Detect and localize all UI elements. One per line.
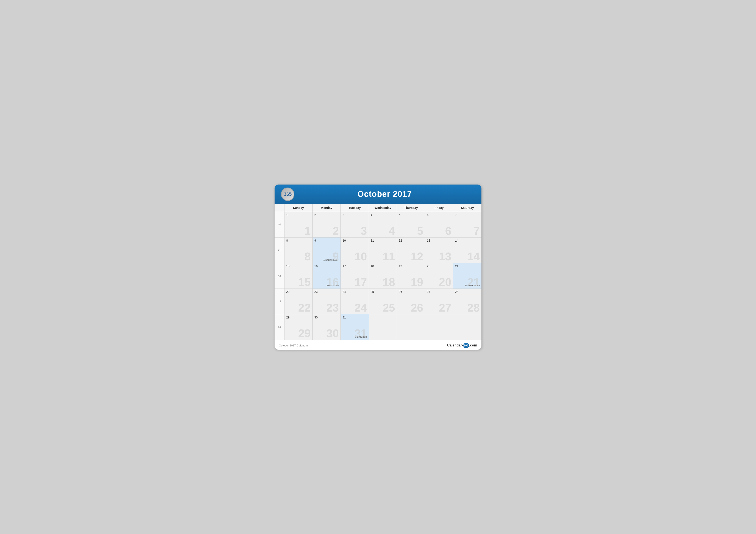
day-num-2-6: 21	[455, 265, 480, 268]
day-bg-num-1-4: 12	[411, 251, 423, 262]
week-row-3: 432222232324242525262627272828	[275, 289, 481, 314]
day-header-thursday: Thursday	[397, 204, 425, 212]
day-num-0-3: 4	[371, 213, 395, 217]
day-num-4-0: 29	[286, 316, 311, 319]
day-num-1-0: 8	[286, 239, 311, 242]
day-bg-num-1-2: 10	[355, 251, 367, 262]
day-num-0-0: 1	[286, 213, 311, 217]
day-cell-2-5: 2020	[425, 263, 453, 289]
day-num-2-1: 16	[314, 265, 339, 268]
day-num-0-1: 2	[314, 213, 339, 217]
day-num-3-2: 24	[342, 290, 367, 294]
day-num-1-3: 11	[371, 239, 395, 242]
day-num-2-3: 18	[371, 265, 395, 268]
day-header-saturday: Saturday	[453, 204, 481, 212]
week-row-2: 4215151616Boss's Day17171818191920202121…	[275, 263, 481, 289]
day-cell-4-1: 3030	[313, 314, 341, 340]
day-cell-1-4: 1212	[397, 238, 425, 263]
day-num-3-1: 23	[314, 290, 339, 294]
day-cell-1-1: 99Columbus Day	[313, 238, 341, 263]
day-bg-num-3-5: 27	[439, 302, 451, 313]
day-num-0-5: 6	[427, 213, 451, 217]
day-num-3-5: 27	[427, 290, 451, 294]
day-bg-num-1-0: 8	[305, 251, 311, 262]
day-num-1-2: 10	[342, 239, 367, 242]
day-num-1-4: 12	[399, 239, 423, 242]
day-bg-num-0-3: 4	[389, 225, 395, 237]
day-cell-0-2: 33	[341, 212, 369, 237]
day-headers-row: Sunday Monday Tuesday Wednesday Thursday…	[275, 204, 481, 212]
day-header-monday: Monday	[313, 204, 341, 212]
day-bg-num-0-5: 6	[445, 225, 451, 237]
day-cell-0-3: 44	[369, 212, 397, 237]
day-bg-num-3-0: 22	[298, 302, 311, 313]
day-cell-0-1: 22	[313, 212, 341, 237]
day-bg-num-1-3: 11	[383, 251, 395, 262]
calendar-header: 365 October 2017	[275, 185, 481, 204]
day-header-friday: Friday	[425, 204, 453, 212]
day-cell-3-1: 2323	[313, 289, 341, 314]
week-row-0: 4011223344556677	[275, 212, 481, 238]
week-num-header	[275, 204, 284, 212]
day-num-0-6: 7	[455, 213, 480, 217]
day-bg-num-2-5: 20	[439, 276, 451, 288]
day-cell-3-2: 2424	[341, 289, 369, 314]
week-num-4: 44	[275, 314, 284, 340]
day-bg-num-3-1: 23	[326, 302, 339, 313]
day-cell-2-4: 1919	[397, 263, 425, 289]
day-num-3-3: 25	[371, 290, 395, 294]
day-cell-3-5: 2727	[425, 289, 453, 314]
holiday-label-1-1: Columbus Day	[323, 259, 339, 261]
day-cell-0-4: 55	[397, 212, 425, 237]
day-cell-1-0: 88	[284, 238, 313, 263]
day-bg-num-2-3: 18	[383, 276, 395, 288]
logo-text: 365	[284, 191, 292, 197]
day-num-4-2: 31	[342, 316, 367, 319]
holiday-label-2-1: Boss's Day	[327, 284, 339, 287]
holiday-label-4-2: Halloween	[355, 336, 367, 338]
day-num-1-1: 9	[314, 239, 339, 242]
day-num-2-4: 19	[399, 265, 423, 268]
day-num-3-6: 28	[455, 290, 480, 294]
day-num-1-5: 13	[427, 239, 451, 242]
day-cell-4-2: 3131Halloween	[341, 314, 369, 340]
day-bg-num-0-6: 7	[473, 225, 480, 237]
footer-brand-text: Calendar-	[447, 343, 463, 347]
day-header-wednesday: Wednesday	[369, 204, 397, 212]
day-num-2-2: 17	[342, 265, 367, 268]
day-cell-3-3: 2525	[369, 289, 397, 314]
day-num-3-0: 22	[286, 290, 311, 294]
day-cell-4-3	[369, 314, 397, 340]
day-cell-0-6: 77	[453, 212, 481, 237]
day-num-3-4: 26	[399, 290, 423, 294]
day-cell-2-1: 1616Boss's Day	[313, 263, 341, 289]
day-bg-num-2-2: 17	[355, 276, 367, 288]
day-bg-num-3-3: 25	[383, 302, 395, 313]
day-cell-4-6	[453, 314, 481, 340]
day-bg-num-4-1: 30	[326, 328, 339, 339]
day-cell-1-2: 1010	[341, 238, 369, 263]
day-bg-num-4-0: 29	[298, 328, 311, 339]
holiday-label-2-6: Sweetest Day	[464, 284, 480, 287]
day-bg-num-2-0: 15	[298, 276, 311, 288]
day-bg-num-0-1: 2	[333, 225, 339, 237]
footer-brand: Calendar-365.com	[447, 343, 477, 348]
day-cell-0-0: 11	[284, 212, 313, 237]
day-bg-num-0-4: 5	[417, 225, 423, 237]
day-bg-num-3-2: 24	[355, 302, 367, 313]
day-cell-2-0: 1515	[284, 263, 313, 289]
month-title: October 2017	[294, 190, 475, 199]
week-num-0: 40	[275, 212, 284, 237]
calendar-grid: 4011223344556677418899Columbus Day101011…	[275, 212, 481, 340]
day-num-2-5: 20	[427, 265, 451, 268]
day-cell-2-3: 1818	[369, 263, 397, 289]
day-bg-num-2-4: 19	[411, 276, 423, 288]
day-cell-4-4	[397, 314, 425, 340]
day-cell-3-0: 2222	[284, 289, 313, 314]
day-bg-num-0-2: 3	[361, 225, 367, 237]
day-num-0-4: 5	[399, 213, 423, 217]
day-num-4-1: 30	[314, 316, 339, 319]
day-bg-num-3-6: 28	[467, 302, 480, 313]
day-bg-num-3-4: 26	[411, 302, 423, 313]
day-cell-1-5: 1313	[425, 238, 453, 263]
